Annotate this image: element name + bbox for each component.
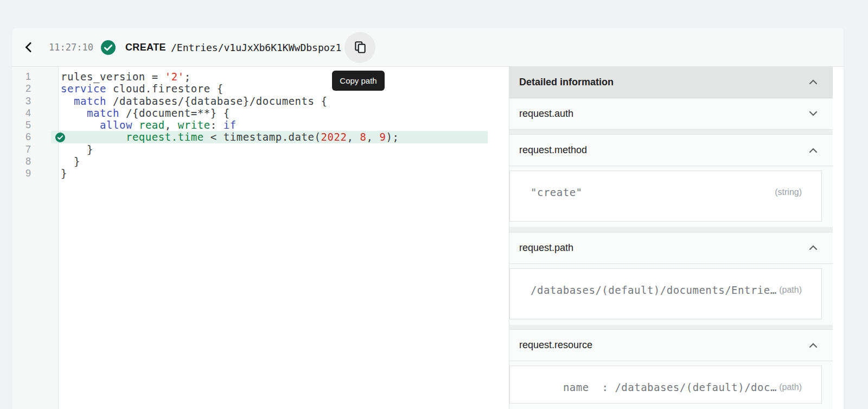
code-line[interactable]: match /{document=**} { [59,107,509,119]
section-divider [509,227,833,232]
line-number: 8 [12,155,58,167]
section-request-path[interactable]: request.path [509,232,833,264]
code-line[interactable]: } [59,155,509,167]
chevron-up-icon[interactable] [807,241,820,254]
code-line[interactable]: service cloud.firestore { [59,83,509,95]
code-line[interactable]: allow read, write: if [59,119,509,131]
line-number: 5 [12,119,58,131]
line-number: 9 [12,167,58,179]
line-allow-check-icon [55,133,65,142]
allow-check-icon [101,40,116,55]
copy-path-button[interactable] [344,32,375,63]
request-method-content: "create" (string) [509,166,833,227]
request-method-value: "create" [531,186,583,198]
code-line[interactable]: request.time < timestamp.date(2022, 8, 9… [59,131,509,143]
line-number: 7 [12,143,58,155]
value-box: /databases/(default)/documents/Entrie… (… [509,268,822,319]
back-chevron-icon [23,41,35,53]
line-number: 2 [12,83,58,95]
request-method-section-label: request.method [519,144,807,156]
chevron-up-icon[interactable] [807,339,820,352]
request-auth-label: request.auth [519,108,807,119]
line-number: 4 [12,107,58,119]
code-lines: rules_version = '2';service cloud.firest… [59,67,509,409]
section-request-method[interactable]: request.method [509,135,833,166]
code-line[interactable]: rules_version = '2'; [59,71,509,83]
request-resource-section-label: request.resource [519,339,807,351]
request-path-text: /Entries/v1uJxXb6K1KWwDbspoz1 [171,42,341,53]
gutter-lines: 123456789 [12,67,59,409]
code-line[interactable]: } [59,167,509,179]
value-type-path: (path) [779,381,802,392]
chevron-down-icon[interactable] [807,107,820,120]
section-request-resource[interactable]: request.resource [509,330,833,361]
code-line[interactable]: match /databases/{database}/documents { [59,95,509,107]
request-method-label: CREATE [125,42,166,53]
section-divider [509,130,833,135]
rules-code-editor[interactable]: 123456789 rules_version = '2';service cl… [12,67,509,409]
request-path-content: /databases/(default)/documents/Entrie… (… [509,264,833,325]
content-split: 123456789 rules_version = '2';service cl… [12,67,844,409]
detail-panel: Detailed information request.auth reques… [509,67,833,409]
back-button[interactable] [20,38,38,56]
value-type-string: (string) [775,186,802,197]
request-resource-content: __name__: /databases/(default)/doc… (pat… [509,361,833,409]
value-box: __name__: /databases/(default)/doc… (pat… [509,366,822,404]
detailed-information-label: Detailed information [519,77,807,88]
code-line[interactable]: } [59,143,509,155]
line-number: 6 [12,131,58,143]
section-divider [509,325,833,330]
value-type-path: (path) [779,284,802,295]
timestamp: 11:27:10 [49,42,93,53]
log-detail-card: 11:27:10 CREATE /Entries/v1uJxXb6K1KWwDb… [12,28,844,409]
value-box: "create" (string) [509,171,822,222]
request-path-value: /databases/(default)/documents/Entrie… [531,284,777,296]
chevron-up-icon[interactable] [807,144,820,157]
line-number: 1 [12,71,58,83]
right-scroll-gutter[interactable] [833,67,843,409]
chevron-up-icon[interactable] [807,75,820,89]
detailed-information-header[interactable]: Detailed information [509,67,833,98]
section-request-auth[interactable]: request.auth [509,98,833,130]
request-path-section-label: request.path [519,242,807,254]
copy-path-tooltip: Copy path [332,71,385,91]
line-number: 3 [12,95,58,107]
toolbar: 11:27:10 CREATE /Entries/v1uJxXb6K1KWwDb… [12,28,844,67]
request-resource-name-value: __name__: /databases/(default)/doc… [531,381,777,393]
copy-icon [353,40,367,54]
